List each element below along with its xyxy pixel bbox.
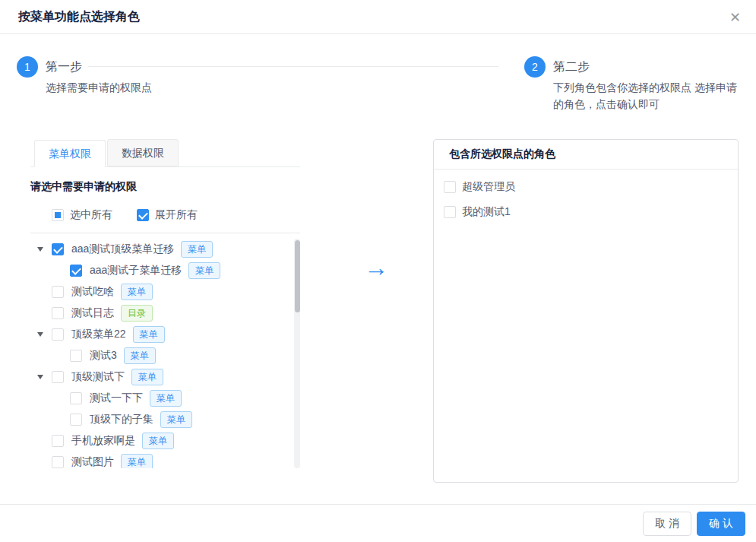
- step-2-number-badge: 2: [524, 56, 546, 78]
- tree-row[interactable]: 测试图片 菜单: [30, 452, 300, 468]
- cancel-button[interactable]: 取 消: [643, 512, 691, 536]
- expander-caret-icon[interactable]: [35, 366, 52, 388]
- step-connector-line: [88, 66, 498, 67]
- confirm-button[interactable]: 确 认: [697, 512, 745, 536]
- checkbox[interactable]: [70, 414, 82, 426]
- expander-caret-icon[interactable]: [35, 452, 52, 468]
- node-type-tag: 菜单: [188, 262, 220, 279]
- expander-caret-icon[interactable]: [35, 303, 52, 324]
- node-type-tag: 菜单: [131, 369, 163, 385]
- scrollbar-track[interactable]: [294, 239, 300, 468]
- checkbox[interactable]: [52, 328, 64, 341]
- checkbox-label: 选中所有: [70, 208, 112, 222]
- tree-node-label: 测试3: [90, 349, 117, 363]
- checkbox[interactable]: [52, 456, 64, 468]
- permission-prompt: 请选中需要申请的权限: [30, 180, 300, 194]
- step-2-title: 第二步: [553, 59, 746, 74]
- checkbox[interactable]: [52, 209, 64, 221]
- tree-node-label: 手机放家啊是: [71, 434, 135, 448]
- node-type-tag: 菜单: [142, 433, 174, 449]
- tree-node-label: aaa测试子菜单迁移: [90, 264, 182, 277]
- transfer-arrow-icon: →: [364, 254, 388, 281]
- tree-row[interactable]: 顶级菜单22 菜单: [30, 324, 300, 345]
- tree-row[interactable]: 测试日志 目录: [30, 303, 300, 324]
- tab-label: 数据权限: [122, 147, 164, 159]
- expander-caret-icon[interactable]: [53, 345, 70, 366]
- checkbox[interactable]: [52, 243, 64, 255]
- tree-row[interactable]: 测试吃啥 菜单: [30, 281, 300, 303]
- checkbox[interactable]: [70, 350, 82, 362]
- tree-node-label: 测试日志: [71, 306, 114, 320]
- dialog-header: 按菜单功能点选择角色 ✕: [0, 0, 756, 34]
- permission-tree-container: aaa测试顶级菜单迁移 菜单 aaa测试子菜单迁移 菜单 测试吃啥 菜单: [30, 239, 300, 468]
- checkbox[interactable]: [52, 307, 64, 319]
- checkbox[interactable]: [444, 206, 456, 218]
- expander-caret-icon[interactable]: [53, 388, 70, 409]
- node-type-tag: 菜单: [133, 326, 165, 343]
- expander-caret-icon[interactable]: [35, 324, 52, 345]
- expander-caret-icon[interactable]: [35, 430, 52, 452]
- node-type-tag: 目录: [121, 305, 153, 322]
- checkbox[interactable]: [70, 265, 82, 277]
- tree-node-label: 测试吃啥: [71, 285, 114, 299]
- role-row[interactable]: 我的测试1: [434, 199, 738, 224]
- select-control[interactable]: 展开所有: [137, 208, 198, 222]
- divider: [30, 233, 300, 233]
- dialog-title: 按菜单功能点选择角色: [18, 9, 140, 25]
- step-1-number-badge: 1: [17, 56, 38, 78]
- matched-roles-panel: 包含所选权限点的角色 超级管理员 我的测试1: [433, 139, 739, 483]
- permission-tree: aaa测试顶级菜单迁移 菜单 aaa测试子菜单迁移 菜单 测试吃啥 菜单: [30, 239, 300, 468]
- tree-node-label: aaa测试顶级菜单迁移: [71, 242, 174, 256]
- expander-caret-icon[interactable]: [53, 260, 70, 281]
- tree-row[interactable]: aaa测试顶级菜单迁移 菜单: [30, 239, 300, 260]
- node-type-tag: 菜单: [160, 411, 192, 428]
- role-label: 我的测试1: [462, 205, 511, 219]
- node-type-tag: 菜单: [121, 284, 153, 300]
- step-1-description: 选择需要申请的权限点: [46, 79, 152, 96]
- checkbox-label: 展开所有: [155, 208, 198, 222]
- permission-tab-bar: 菜单权限 数据权限: [30, 139, 300, 167]
- tree-node-label: 顶级测试下: [71, 370, 125, 384]
- role-row[interactable]: 超级管理员: [434, 174, 738, 199]
- checkbox[interactable]: [52, 435, 64, 447]
- dialog-footer: 取 消 确 认: [0, 504, 756, 542]
- tree-row[interactable]: 测试3 菜单: [30, 345, 300, 366]
- node-type-tag: 菜单: [181, 241, 213, 258]
- checkbox[interactable]: [52, 371, 64, 383]
- step-2: 2 第二步 下列角色包含你选择的权限点 选择申请的角色，点击确认即可: [524, 56, 746, 113]
- checkbox[interactable]: [52, 286, 64, 298]
- checkbox[interactable]: [444, 181, 456, 193]
- tree-row[interactable]: 顶级测试下 菜单: [30, 366, 300, 388]
- scrollbar-thumb[interactable]: [295, 240, 300, 312]
- expander-caret-icon[interactable]: [53, 409, 70, 430]
- node-type-tag: 菜单: [150, 390, 182, 407]
- step-1: 1 第一步 选择需要申请的权限点: [17, 56, 152, 96]
- select-control[interactable]: 选中所有: [52, 208, 112, 222]
- checkbox[interactable]: [137, 209, 149, 221]
- permission-tab[interactable]: 数据权限: [107, 139, 179, 166]
- tree-row[interactable]: 手机放家啊是 菜单: [30, 430, 300, 452]
- select-controls: 选中所有 展开所有: [30, 208, 300, 222]
- tree-node-label: 测试图片: [71, 455, 114, 468]
- step-1-title: 第一步: [46, 59, 152, 74]
- tree-row[interactable]: 顶级下的子集 菜单: [30, 409, 300, 430]
- role-label: 超级管理员: [462, 180, 515, 194]
- tree-row[interactable]: 测试一下下 菜单: [30, 388, 300, 409]
- role-select-dialog: 按菜单功能点选择角色 ✕ 1 第一步 选择需要申请的权限点 2 第二步 下列角色…: [0, 0, 756, 542]
- node-type-tag: 菜单: [121, 454, 153, 468]
- roles-panel-header: 包含所选权限点的角色: [434, 140, 738, 170]
- permission-tab[interactable]: 菜单权限: [34, 140, 106, 167]
- permission-select-panel: 菜单权限 数据权限 请选中需要申请的权限 选中所有 展开所有: [30, 139, 300, 468]
- close-icon[interactable]: ✕: [729, 0, 741, 34]
- expander-caret-icon[interactable]: [35, 281, 52, 303]
- tree-node-label: 顶级下的子集: [90, 413, 153, 426]
- role-list: 超级管理员 我的测试1: [434, 170, 738, 224]
- checkbox[interactable]: [70, 392, 82, 404]
- tree-row[interactable]: aaa测试子菜单迁移 菜单: [30, 260, 300, 281]
- tab-label: 菜单权限: [49, 147, 91, 160]
- tree-node-label: 测试一下下: [90, 391, 143, 405]
- step-2-description: 下列角色包含你选择的权限点 选择申请的角色，点击确认即可: [553, 79, 746, 113]
- tree-node-label: 顶级菜单22: [71, 328, 126, 341]
- expander-caret-icon[interactable]: [35, 239, 52, 260]
- node-type-tag: 菜单: [124, 347, 156, 364]
